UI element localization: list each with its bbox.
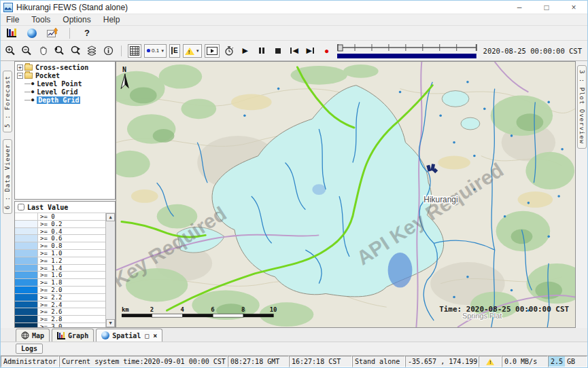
legend-label: >= 0.2 (38, 221, 105, 227)
zoom-next-button[interactable] (69, 44, 82, 58)
svg-text:4: 4 (180, 306, 184, 313)
legend-swatch (15, 272, 38, 278)
legend-swatch (15, 287, 38, 293)
legend-row[interactable]: >= 1.0 (15, 250, 105, 257)
info-button[interactable] (101, 44, 115, 58)
step-forward-button[interactable]: ▶ (304, 44, 317, 58)
legend-panel: Last Value >= 0>= 0.2>= 0.4>= 0.6>= 0.8>… (14, 201, 116, 328)
legend-row[interactable]: >= 2.4 (15, 301, 105, 309)
zoom-in-button[interactable] (3, 44, 17, 58)
warning-icon: ! (185, 43, 194, 55)
status-warning[interactable]: ! (479, 356, 502, 367)
legend-scrollbar[interactable]: ▲ ▼ (106, 213, 115, 327)
svg-text:2: 2 (150, 306, 154, 313)
pan-button[interactable] (36, 44, 50, 58)
legend-row[interactable]: >= 1.8 (15, 279, 105, 287)
grid-toggle-button[interactable] (128, 44, 141, 58)
legend-row[interactable]: >= 1.2 (15, 257, 105, 265)
animation-window-button[interactable] (205, 44, 220, 58)
logs-button[interactable]: Logs (16, 344, 43, 354)
scroll-down-icon[interactable]: ▼ (106, 319, 115, 327)
spatial-display-button[interactable] (25, 26, 39, 40)
tree-item-level-point[interactable]: ● Level Point (15, 79, 115, 88)
tab-close-icon[interactable]: × (153, 332, 157, 339)
expand-plus-icon[interactable]: + (17, 65, 23, 71)
legend-swatch (15, 235, 38, 242)
stop-button[interactable] (271, 44, 285, 58)
legend-row[interactable]: >= 0.4 (15, 228, 105, 236)
minimize-button[interactable]: – (506, 1, 533, 14)
globe-icon (27, 29, 37, 38)
timer-icon (224, 45, 235, 56)
legend-row[interactable]: >= 0.6 (15, 235, 105, 242)
legend-row[interactable]: >= 2.6 (15, 308, 105, 316)
close-button[interactable]: × (560, 1, 587, 14)
chevron-down-icon: ▼ (160, 49, 165, 53)
legend-swatch (15, 213, 38, 220)
legend-swatch (15, 279, 38, 286)
status-gmt-time: 08:27:18 GMT (228, 356, 289, 367)
play-window-icon (207, 47, 218, 55)
legend-row[interactable]: >= 2.8 (15, 316, 105, 323)
legend-swatch (15, 242, 38, 249)
last-value-checkbox[interactable] (18, 204, 24, 210)
step-back-button[interactable]: ◀ (288, 44, 301, 58)
class-interval-value: 0.1 (152, 48, 159, 54)
tab-maximize-icon[interactable]: □ (145, 332, 149, 339)
logs-row: Logs (1, 342, 587, 356)
record-button[interactable]: ● (320, 44, 334, 58)
help-button[interactable]: ? (80, 26, 94, 40)
legend-row[interactable]: >= 3.0 (15, 323, 105, 327)
thresholds-dropdown[interactable]: ! ▼ (183, 44, 202, 58)
tab-data-viewer[interactable]: 6 : Data Viewer (3, 139, 12, 214)
layers-button[interactable] (85, 44, 99, 58)
tab-map[interactable]: Map (16, 329, 50, 342)
legend-row[interactable]: >= 0 (15, 213, 105, 221)
menu-file[interactable]: File (6, 15, 19, 24)
pause-button[interactable] (255, 44, 269, 58)
timeseries-display-button[interactable] (46, 26, 59, 40)
timeline-handle[interactable] (338, 45, 343, 51)
tree-item-cross-section[interactable]: + Cross-section (15, 63, 115, 71)
class-interval-dropdown[interactable]: 0.1 ▼ (144, 44, 167, 58)
tree-item-depth-grid[interactable]: ● Depth Grid (15, 96, 115, 104)
legend-row[interactable]: >= 0.2 (15, 221, 105, 228)
scroll-up-icon[interactable]: ▲ (106, 213, 115, 221)
zoom-next-icon (70, 45, 81, 56)
tab-graph[interactable]: Graph (52, 329, 94, 342)
legend-row[interactable]: >= 2.2 (15, 294, 105, 301)
legend-swatch (15, 228, 38, 235)
tab-spatial[interactable]: Spatial □ × (96, 329, 162, 342)
step-forward-icon (313, 48, 314, 54)
maximize-button[interactable]: □ (533, 1, 560, 14)
tab-plot-overview[interactable]: 3 : Plot Overview (577, 65, 587, 149)
last-value-label: Last Value (27, 204, 68, 211)
tab-forecast[interactable]: 5 : Forecast (3, 71, 12, 132)
window-title: Hikurangi FEWS (Stand alone) (16, 3, 128, 12)
tree-item-pocket[interactable]: − Pocket (15, 71, 115, 79)
timeline-slider[interactable] (336, 41, 478, 60)
bottom-tab-row: Map Graph Spatial □ × (1, 328, 587, 342)
menu-help[interactable]: Help (103, 15, 120, 24)
map-viewport[interactable]: API Key Required API Key Required N Hiku… (116, 61, 576, 328)
legend-row[interactable]: >= 0.8 (15, 242, 105, 250)
menu-tools[interactable]: Tools (31, 15, 50, 24)
legend-row[interactable]: >= 2.0 (15, 287, 105, 294)
zoom-out-button[interactable] (20, 44, 33, 58)
menu-options[interactable]: Options (63, 15, 90, 24)
legend-label: >= 0.8 (38, 242, 105, 249)
zoom-previous-button[interactable] (52, 44, 66, 58)
legend-label: >= 0.6 (38, 235, 105, 242)
status-coordinates: -35.657 , 174.199 (405, 356, 479, 367)
legend-row[interactable]: >= 1.4 (15, 265, 105, 272)
timeline-track (336, 41, 478, 60)
tree-item-level-grid[interactable]: ● Level Grid (15, 88, 115, 96)
play-button[interactable]: ▶ (239, 44, 252, 58)
timer-button[interactable] (222, 44, 236, 58)
forecast-manager-button[interactable] (5, 26, 18, 40)
legend-label: >= 3.0 (38, 323, 105, 327)
zoom-previous-icon (54, 45, 65, 56)
scale-legend-button[interactable]: E (169, 44, 180, 58)
legend-row[interactable]: >= 1.6 (15, 272, 105, 279)
collapse-minus-icon[interactable]: − (17, 73, 23, 79)
